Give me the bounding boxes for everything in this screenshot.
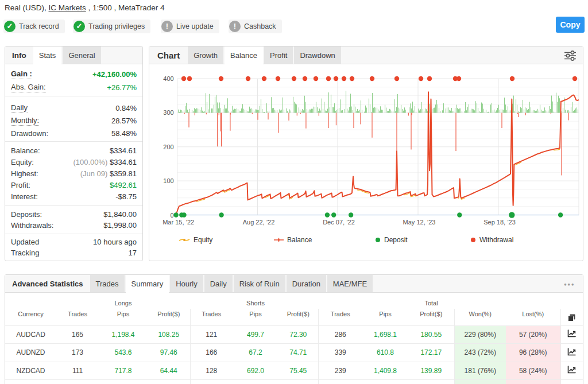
svg-text:Balance: Balance [287,236,312,244]
svg-text:Mar 15, ’22: Mar 15, ’22 [163,219,194,226]
svg-text:Dec 07, ’22: Dec 07, ’22 [323,219,355,226]
svg-text:200: 200 [163,143,173,150]
svg-text:400: 400 [163,75,173,82]
svg-text:Withdrawal: Withdrawal [479,236,513,244]
svg-text:Sep 18, ’23: Sep 18, ’23 [483,219,516,226]
svg-text:Aug 22, ’22: Aug 22, ’22 [243,219,275,226]
svg-text:Equity: Equity [194,236,212,244]
svg-text:300: 300 [163,109,173,116]
svg-text:Deposit: Deposit [384,236,408,244]
svg-text:0: 0 [171,212,174,219]
svg-text:May 12, ’23: May 12, ’23 [403,219,436,226]
svg-text:100: 100 [163,177,173,184]
